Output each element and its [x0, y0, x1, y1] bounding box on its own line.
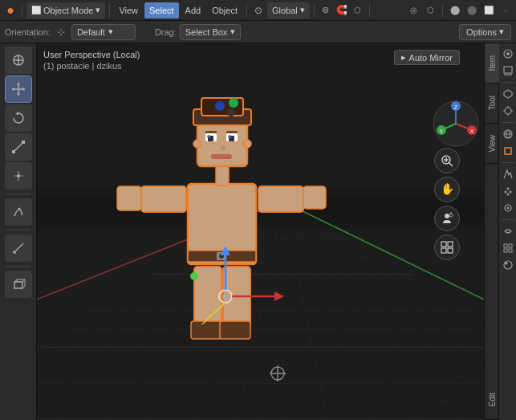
scale-tool-btn[interactable] [5, 133, 32, 161]
xray-icon[interactable]: ⬡ [423, 3, 437, 18]
measure-tool-btn[interactable] [5, 234, 32, 262]
svg-text:✋: ✋ [441, 182, 455, 196]
right-tabs-panel: Item Tool View Edit [484, 43, 498, 420]
move-tool-btn[interactable] [5, 75, 32, 103]
view-menu[interactable]: View [114, 2, 143, 18]
svg-marker-7 [11, 88, 14, 91]
frt-sep-4 [502, 219, 514, 220]
material-shading[interactable]: ⬤ [465, 3, 479, 18]
object-menu[interactable]: Object [207, 2, 242, 18]
render-preview[interactable]: ⬜ [481, 3, 496, 18]
auto-mirror-button[interactable]: ▸ Auto Mirror [394, 50, 460, 65]
add-menu[interactable]: Add [181, 2, 206, 18]
svg-marker-8 [22, 88, 26, 91]
toolbar-row: Orientation: ⊹ Default ▾ Drag: Select Bo… [0, 21, 516, 43]
proportional-icon[interactable]: ⊚ [319, 3, 333, 18]
svg-rect-84 [448, 248, 453, 253]
main-area: User Perspective (Local) (1) postacie | … [0, 43, 516, 420]
svg-rect-111 [509, 249, 512, 252]
annotate-tool-btn[interactable] [5, 198, 32, 226]
viewport[interactable]: User Perspective (Local) (1) postacie | … [37, 43, 484, 420]
orientation-icon: ⊹ [54, 25, 68, 39]
svg-rect-82 [448, 242, 453, 247]
item-tab[interactable]: Item [485, 43, 499, 84]
blender-logo[interactable]: ● [3, 3, 18, 18]
tool-tab[interactable]: Tool [485, 84, 499, 124]
transform-tool-btn[interactable] [5, 162, 32, 190]
svg-text:Z: Z [454, 104, 458, 111]
top-menu-bar: ● ⬜ Object Mode ▾ View Select Add Object… [0, 0, 516, 21]
particles-btn[interactable] [501, 184, 515, 198]
select-menu[interactable]: Select [144, 2, 179, 18]
frt-sep-2 [502, 122, 514, 123]
svg-rect-109 [509, 244, 512, 247]
navigation-gizmo[interactable]: Z X Y [432, 100, 480, 148]
svg-marker-9 [15, 112, 18, 115]
edit-tab[interactable]: Edit [485, 380, 499, 420]
svg-rect-12 [12, 150, 15, 153]
cursor-tool-btn[interactable] [5, 47, 32, 74]
svg-rect-11 [22, 141, 25, 144]
pan-overlay-btn[interactable]: ✋ [434, 177, 460, 202]
svg-rect-101 [505, 148, 511, 154]
grid-overlay-btn[interactable] [434, 234, 460, 260]
svg-rect-83 [441, 248, 446, 253]
svg-line-74 [449, 162, 453, 166]
drag-label: Drag: [155, 27, 177, 37]
grid-canvas [37, 43, 484, 420]
svg-point-102 [506, 188, 509, 190]
drag-dropdown[interactable]: Select Box ▾ [180, 24, 242, 40]
svg-rect-90 [504, 67, 512, 73]
material-btn[interactable] [501, 258, 515, 272]
auto-mirror-label: Auto Mirror [409, 53, 453, 63]
rotate-tool-btn[interactable] [5, 104, 32, 132]
pivot-icon[interactable]: ⊙ [251, 3, 266, 18]
svg-rect-81 [441, 242, 446, 247]
rendered-shading[interactable]: ○ [498, 3, 513, 18]
camera-overlay-btn[interactable] [434, 206, 460, 231]
solid-shading[interactable]: ⬤ [448, 3, 462, 18]
object-properties-btn[interactable] [501, 144, 515, 158]
svg-point-104 [509, 191, 511, 194]
auto-mirror-arrow: ▸ [401, 52, 406, 63]
world-properties-btn[interactable] [501, 127, 515, 141]
svg-rect-20 [14, 282, 22, 288]
svg-text:Y: Y [439, 128, 444, 135]
render-properties-btn[interactable] [501, 47, 515, 61]
object-constraints-btn[interactable] [501, 224, 515, 239]
svg-point-15 [17, 174, 20, 177]
tool-separator-2 [6, 230, 30, 230]
tool-separator-3 [6, 266, 30, 267]
modifier-properties-btn[interactable] [501, 167, 515, 181]
svg-point-93 [505, 108, 511, 114]
overlay-icon[interactable]: ◎ [406, 3, 421, 18]
scene-properties-btn[interactable] [501, 104, 515, 118]
svg-marker-92 [504, 90, 512, 98]
view-tab[interactable]: View [485, 124, 499, 164]
far-right-toolbar [498, 43, 516, 420]
viewport-tool-overlay: ✋ [434, 148, 460, 260]
add-primitive-tool-btn[interactable] [5, 271, 32, 298]
physics-btn[interactable] [501, 201, 515, 215]
output-properties-btn[interactable] [501, 63, 515, 78]
zoom-overlay-btn[interactable] [434, 148, 460, 173]
frt-sep-3 [502, 162, 514, 163]
svg-point-113 [505, 263, 507, 265]
svg-point-16 [18, 208, 20, 210]
svg-point-105 [506, 194, 509, 196]
object-data-btn[interactable] [501, 241, 515, 255]
snap-magnet-icon[interactable]: 🧲 [335, 3, 349, 18]
svg-point-112 [504, 261, 512, 269]
snap-icon[interactable]: ⬡ [351, 3, 365, 18]
frt-sep-1 [502, 82, 514, 83]
view-layer-btn[interactable] [501, 87, 515, 101]
tool-separator-1 [6, 194, 30, 194]
orientation-dropdown[interactable]: Default ▾ [71, 24, 136, 40]
object-mode-dropdown[interactable]: ⬜ Object Mode ▾ [26, 2, 105, 18]
svg-rect-108 [504, 244, 507, 247]
svg-point-89 [506, 52, 510, 55]
transform-global-dropdown[interactable]: Global ▾ [267, 2, 310, 18]
options-button[interactable]: Options ▾ [459, 24, 511, 40]
viewport-crosshair [266, 361, 290, 388]
svg-point-107 [506, 207, 509, 210]
